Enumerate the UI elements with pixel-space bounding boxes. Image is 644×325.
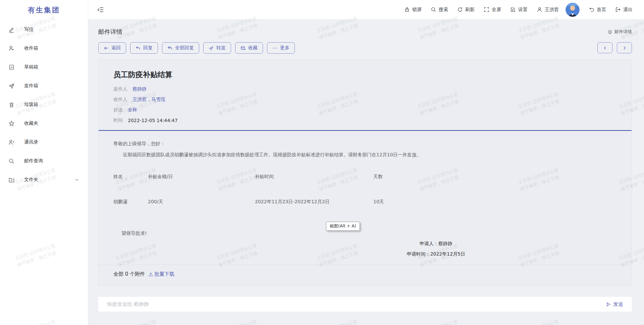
reply-all-icon [167, 46, 172, 51]
next-mail-button[interactable] [617, 42, 632, 53]
sent-icon [8, 83, 15, 89]
star-icon [8, 120, 15, 127]
collapse-sidebar-icon[interactable] [97, 6, 104, 13]
forward-button[interactable]: 转发 [203, 42, 231, 54]
mail-toolbar: 返回 回复 全部回复 [98, 42, 632, 54]
mail-pager [597, 42, 632, 53]
page-title: 邮件详情 [98, 28, 122, 36]
refresh-button[interactable]: 刷新 [457, 7, 475, 13]
attachment-bar: 全部 0 个附件 批量下载 [113, 265, 617, 285]
reply-label: 回复 [143, 45, 153, 51]
sidebar-item-compose[interactable]: 写信 [0, 20, 88, 39]
back-button[interactable]: 返回 [98, 42, 126, 54]
more-button[interactable]: 更多 [267, 42, 295, 54]
sidebar-item-label: 草稿箱 [24, 64, 38, 70]
settings-icon [510, 7, 516, 12]
mail-from-row: 发件人 蔡静静 [113, 84, 617, 94]
lock-icon [404, 7, 410, 12]
cc-label: 抄送 [113, 107, 123, 113]
collect-mail-icon [240, 46, 246, 51]
fullscreen-button[interactable]: 全屏 [484, 7, 501, 13]
collect-button[interactable]: 收藏 [235, 42, 263, 54]
settings-label: 设置 [518, 7, 528, 13]
body-greeting: 尊敬的上级领导，您好： [113, 141, 617, 147]
chevron-right-icon [623, 46, 627, 50]
lock-screen-label: 锁屏 [412, 7, 422, 13]
applicant-line: 申请人：蔡静静 [407, 238, 465, 249]
to-label: 收件人 [113, 97, 127, 103]
body-paragraph: 近期福田区数据团队成员胡鹏濠被抽调沙头街道参加疫情数据处理工作。现根据防疫补贴标… [113, 152, 617, 158]
reply-button[interactable]: 回复 [130, 42, 158, 54]
back-icon [104, 46, 109, 51]
lock-screen-button[interactable]: 锁屏 [404, 7, 422, 13]
home-button[interactable]: 首页 [589, 7, 606, 13]
reply-all-button[interactable]: 全部回复 [162, 42, 199, 54]
drafts-icon [8, 64, 15, 70]
cc-value[interactable]: 全林 [128, 107, 137, 113]
screenshot-tooltip: 截图(Alt + A) [326, 222, 360, 231]
settings-button[interactable]: 设置 [510, 7, 528, 13]
send-button[interactable]: 发送 [606, 301, 623, 308]
search-button[interactable]: 搜索 [431, 7, 448, 13]
sidebar-item-favorites[interactable]: 收藏夹 [0, 114, 88, 133]
mail-subject: 员工防疫补贴结算 [113, 70, 617, 80]
time-label: 时间 [113, 117, 123, 123]
sidebar-item-label: 邮件查询 [24, 158, 43, 164]
inbox-icon [8, 45, 15, 52]
batch-download-label: 批量下载 [154, 271, 174, 277]
reply-all-label: 全部回复 [175, 45, 194, 51]
avatar[interactable] [566, 3, 580, 17]
sidebar-item-label: 垃圾箱 [24, 102, 38, 108]
applicant-wrap: 申请人：蔡静静 申请时间：2022年12月5日 [113, 238, 617, 259]
mail-cc-row: 抄送 全林 [113, 105, 617, 115]
prev-mail-button[interactable] [597, 42, 612, 53]
time-value: 2022-12-05 14:44:47 [128, 118, 178, 123]
sidebar-item-sent[interactable]: 发件箱 [0, 76, 88, 95]
table-header-row: 姓名 补贴金额/日 补贴时间 天数 [113, 174, 617, 180]
sidebar-item-contacts[interactable]: 通讯录 [0, 133, 88, 152]
table-row: 胡鹏濠 200/天 2022年11月23日-2022年12月2日 10天 [113, 199, 617, 205]
sidebar-item-label: 收件箱 [24, 45, 38, 51]
cell-amount: 200/天 [148, 199, 255, 205]
sidebar-item-trash[interactable]: 垃圾箱 [0, 95, 88, 114]
home-label: 首页 [597, 7, 606, 13]
mail-detail-card: 员工防疫补贴结算 发件人 蔡静静 收件人 王洪哲，马雪瑶 抄送 全林 时间 20… [98, 59, 632, 286]
header-divider [99, 130, 632, 131]
sidebar-item-drafts[interactable]: 草稿箱 [0, 58, 88, 76]
sidebar-item-folders[interactable]: 文件夹 [0, 170, 88, 189]
sidebar-item-mail-search[interactable]: 邮件查询 [0, 152, 88, 170]
current-user[interactable]: 王洪哲 [537, 7, 559, 13]
to-value[interactable]: 王洪哲，马雪瑶 [132, 97, 165, 103]
brand-logo: 有生集团 [0, 0, 88, 20]
col-header: 补贴时间 [255, 174, 373, 180]
chevron-down-icon [74, 177, 79, 182]
topbar-actions: 锁屏 搜索 刷新 全屏 [395, 3, 633, 17]
search-icon [8, 158, 15, 164]
logout-label: 退出 [623, 7, 633, 13]
breadcrumb-label: 邮件详情 [614, 29, 632, 35]
mail-actions: 返回 回复 全部回复 [98, 42, 295, 54]
col-header: 补贴金额/日 [148, 174, 255, 180]
fullscreen-label: 全屏 [492, 7, 501, 13]
send-label: 发送 [613, 301, 623, 308]
logout-icon [615, 7, 621, 12]
batch-download-link[interactable]: 批量下载 [148, 271, 174, 277]
logout-button[interactable]: 退出 [615, 7, 633, 13]
from-value[interactable]: 蔡静静 [132, 86, 147, 92]
from-label: 发件人 [113, 86, 127, 92]
mail-to-row: 收件人 王洪哲，马雪瑶 [113, 94, 617, 105]
cell-name: 胡鹏濠 [113, 199, 148, 205]
search-label: 搜索 [439, 7, 448, 13]
fullscreen-icon [484, 7, 489, 12]
cell-days: 10天 [373, 199, 617, 205]
sidebar-item-inbox[interactable]: 收件箱 [0, 39, 88, 58]
col-header: 天数 [373, 174, 617, 180]
search-icon [431, 7, 436, 12]
more-label: 更多 [280, 45, 289, 51]
page-head: 邮件详情 邮件详情 [98, 19, 632, 36]
quick-send-input[interactable] [107, 301, 606, 307]
topbar: 锁屏 搜索 刷新 全屏 [88, 0, 644, 19]
body-closing: 望领导批准! [121, 230, 617, 236]
trash-icon [8, 102, 15, 108]
compose-icon [8, 26, 15, 33]
